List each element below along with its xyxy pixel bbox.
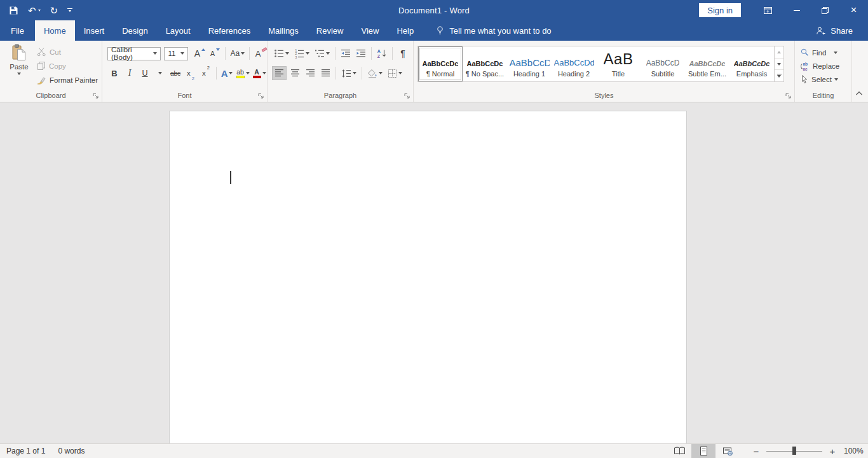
numbering-button[interactable]: 123 <box>292 46 311 60</box>
restore-button[interactable] <box>811 0 839 20</box>
tab-home[interactable]: Home <box>35 20 75 41</box>
show-hide-marks-button[interactable]: ¶ <box>396 46 410 60</box>
tab-layout[interactable]: Layout <box>157 20 200 41</box>
tab-file[interactable]: File <box>0 20 35 41</box>
clipboard-dialog-launcher[interactable] <box>92 92 99 99</box>
bold-button[interactable]: B <box>107 66 121 80</box>
tab-insert[interactable]: Insert <box>75 20 114 41</box>
cut-button[interactable]: Cut <box>36 46 99 58</box>
style-heading-1[interactable]: AaBbCcDd Heading 1 <box>507 46 552 81</box>
styles-scroll-up-button[interactable] <box>775 46 783 59</box>
underline-dropdown-button[interactable] <box>153 66 167 80</box>
tab-view[interactable]: View <box>352 20 388 41</box>
italic-button[interactable]: I <box>123 66 137 80</box>
shading-button[interactable] <box>365 66 384 80</box>
style-subtitle[interactable]: AaBbCcD Subtitle <box>641 46 685 81</box>
word-count[interactable]: 0 words <box>51 444 91 458</box>
copy-label: Copy <box>49 62 66 70</box>
underline-button[interactable]: U <box>138 66 152 80</box>
ribbon-display-options-button[interactable] <box>754 0 782 20</box>
tell-me-box[interactable]: Tell me what you want to do <box>430 20 556 41</box>
borders-button[interactable] <box>386 66 404 80</box>
change-case-dropdown-icon <box>241 52 245 55</box>
line-spacing-icon <box>341 69 351 78</box>
select-button[interactable]: Select <box>800 73 838 85</box>
find-button[interactable]: Find <box>800 46 837 59</box>
format-painter-button[interactable]: Format Painter <box>36 74 99 86</box>
collapse-ribbon-button[interactable] <box>855 87 864 99</box>
font-size-combobox[interactable]: 11 <box>164 47 187 60</box>
document-page[interactable] <box>169 111 687 443</box>
replace-button[interactable]: abac Replace <box>800 60 839 72</box>
redo-button[interactable]: ↻ <box>50 6 58 15</box>
paragraph-dialog-launcher[interactable] <box>403 92 410 99</box>
paste-button[interactable]: Paste <box>4 44 34 86</box>
web-layout-button[interactable] <box>715 444 740 458</box>
multilevel-list-button[interactable] <box>313 46 332 60</box>
styles-dialog-launcher[interactable] <box>785 92 792 99</box>
justify-button[interactable] <box>318 66 332 80</box>
save-button[interactable] <box>9 6 18 15</box>
style-emphasis[interactable]: AaBbCcDc Emphasis <box>729 46 774 81</box>
cut-icon <box>37 47 46 57</box>
sign-in-button[interactable]: Sign in <box>699 3 741 17</box>
undo-button[interactable]: ↶ <box>28 6 41 15</box>
close-button[interactable]: × <box>839 0 868 20</box>
tab-references[interactable]: References <box>200 20 259 41</box>
superscript-button[interactable]: x2 <box>199 66 213 80</box>
tab-design[interactable]: Design <box>113 20 156 41</box>
decrease-indent-button[interactable] <box>339 46 353 60</box>
clear-formatting-button[interactable]: A <box>253 46 267 60</box>
zoom-out-button[interactable]: − <box>752 447 760 456</box>
read-mode-button[interactable] <box>667 444 691 458</box>
strikethrough-button[interactable]: abc <box>168 66 182 80</box>
styles-gallery-more-button[interactable] <box>775 70 783 81</box>
redo-icon: ↻ <box>50 6 58 15</box>
print-layout-button[interactable] <box>691 444 715 458</box>
grow-font-button[interactable]: A <box>193 46 207 60</box>
shrink-font-button[interactable]: A <box>208 46 222 60</box>
shading-dropdown-icon <box>379 72 383 74</box>
minimize-button[interactable] <box>782 0 811 20</box>
style-heading-2[interactable]: AaBbCcDd Heading 2 <box>552 46 596 81</box>
align-right-button[interactable] <box>303 66 317 80</box>
zoom-slider[interactable] <box>766 451 822 452</box>
style-no-spacing[interactable]: AaBbCcDc ¶ No Spac... <box>463 46 507 81</box>
tab-help[interactable]: Help <box>388 20 423 41</box>
style-normal[interactable]: AaBbCcDc ¶ Normal <box>418 46 463 81</box>
text-highlight-button[interactable]: ab <box>235 66 250 80</box>
change-case-button[interactable]: Aa <box>229 46 246 60</box>
share-button[interactable]: Share <box>815 20 868 41</box>
copy-button[interactable]: Copy <box>36 60 99 72</box>
font-name-combobox[interactable]: Calibri (Body) <box>107 47 161 60</box>
subscript-button[interactable]: x2 <box>184 66 198 80</box>
grow-font-icon: A <box>194 48 200 59</box>
zoom-in-button[interactable]: + <box>829 447 836 456</box>
font-dialog-launcher[interactable] <box>257 92 264 99</box>
increase-indent-button[interactable] <box>354 46 368 60</box>
style-name: Heading 2 <box>558 70 590 78</box>
zoom-slider-thumb[interactable] <box>792 447 796 455</box>
clipboard-group: Paste Cut Copy Format Painter Clipboard <box>0 41 102 102</box>
align-left-button[interactable] <box>272 66 287 80</box>
numbering-dropdown-icon <box>306 52 309 55</box>
style-title[interactable]: AaB Title <box>596 46 641 81</box>
zoom-level[interactable]: 100% <box>844 444 868 458</box>
line-spacing-button[interactable] <box>339 66 358 80</box>
tab-review[interactable]: Review <box>308 20 353 41</box>
paragraph-group-label: Paragraph <box>268 92 413 99</box>
font-color-button[interactable]: A <box>252 66 267 80</box>
read-mode-icon <box>674 447 686 455</box>
styles-group-label: Styles <box>414 92 794 99</box>
tab-mailings[interactable]: Mailings <box>259 20 308 41</box>
customize-qat-button[interactable] <box>67 8 72 12</box>
page-indicator[interactable]: Page 1 of 1 <box>0 444 51 458</box>
align-center-button[interactable] <box>288 66 302 80</box>
document-area <box>0 102 868 443</box>
sort-button[interactable]: AZ <box>375 46 389 60</box>
bullets-button[interactable] <box>272 46 291 60</box>
text-effects-button[interactable]: A <box>220 66 234 80</box>
style-name: Title <box>612 70 625 78</box>
style-subtle-emphasis[interactable]: AaBbCcDc Subtle Em... <box>685 46 729 81</box>
styles-scroll-down-button[interactable] <box>775 59 783 71</box>
